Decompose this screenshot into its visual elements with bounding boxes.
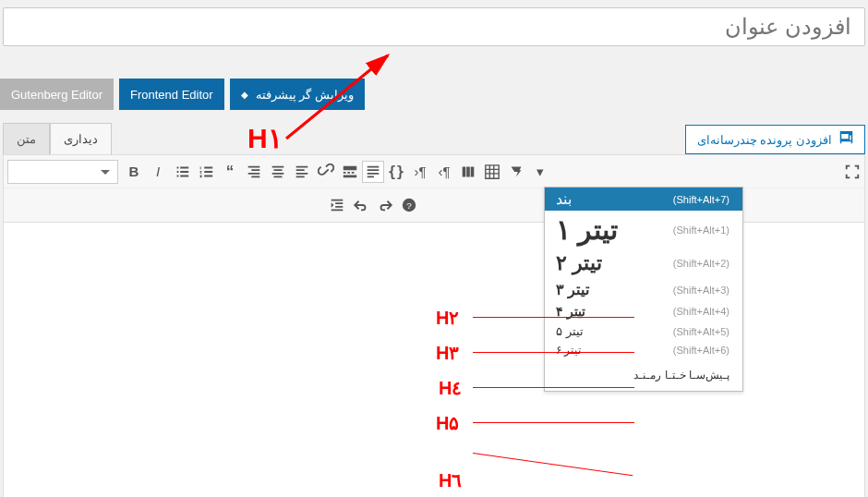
toggle-icon-button[interactable] xyxy=(504,158,528,186)
format-option-paragraph[interactable]: (Shift+Alt+7) بند xyxy=(545,188,742,211)
shortcut-label: (Shift+Alt+1) xyxy=(673,224,729,236)
blockquote-button[interactable]: “ xyxy=(218,158,242,186)
advanced-editor-label: ویرایش گر پیشرفته xyxy=(256,88,354,102)
h3-label: تیتر ۳ xyxy=(556,281,589,298)
bold-button[interactable]: B xyxy=(122,158,146,186)
advanced-editor-button[interactable]: ویرایش گر پیشرفته ◆ xyxy=(230,79,365,110)
unordered-list-button[interactable] xyxy=(170,158,194,186)
tab-text-label: متن xyxy=(17,132,36,146)
format-option-h5[interactable]: (Shift+Alt+5) تیتر ۵ xyxy=(545,321,742,341)
add-media-label: افزودن پرونده چندرسانه‌ای xyxy=(697,133,832,147)
ordered-list-button[interactable] xyxy=(194,158,218,186)
shortcut-label: (Shift+Alt+5) xyxy=(673,326,729,337)
gutenberg-editor-button[interactable]: Gutenberg Editor xyxy=(0,79,114,110)
tab-text[interactable]: متن xyxy=(3,123,50,154)
add-media-button[interactable]: افزودن پرونده چندرسانه‌ای xyxy=(685,125,865,154)
italic-button[interactable]: I xyxy=(146,158,170,186)
shortcut-label: (Shift+Alt+6) xyxy=(673,345,729,356)
insert-more-button[interactable] xyxy=(338,158,362,186)
svg-text:?: ? xyxy=(406,200,412,211)
fullscreen-button[interactable] xyxy=(840,158,864,186)
shortcut-label: (Shift+Alt+2) xyxy=(673,258,729,269)
h5-label: تیتر ۵ xyxy=(556,324,584,338)
shortcut-label: (Shift+Alt+7) xyxy=(673,194,729,205)
dropdown-caret-button[interactable]: ▾ xyxy=(528,158,552,186)
ltr-button[interactable]: ¶‹ xyxy=(408,158,432,186)
preformatted-label: پـیش‌سـا خـتـا رمـنـد xyxy=(558,369,729,382)
editor-toolbar: B I “ {} ¶‹ ¶› ▾ ? (Shift+Alt+7) بند xyxy=(3,154,865,223)
column-button[interactable] xyxy=(456,158,480,186)
h6-label: تیتر ۶ xyxy=(556,344,581,357)
align-right-button[interactable] xyxy=(242,158,266,186)
camera-icon xyxy=(839,131,853,148)
tab-visual[interactable]: دیداری xyxy=(50,123,112,154)
frontend-editor-label: Frontend Editor xyxy=(130,88,213,102)
format-option-h3[interactable]: (Shift+Alt+3) تیتر ۳ xyxy=(545,278,742,301)
paragraph-label: بند xyxy=(556,190,572,208)
h2-label: تیتر ۲ xyxy=(556,251,602,275)
help-button[interactable]: ? xyxy=(397,191,421,219)
format-option-h2[interactable]: (Shift+Alt+2) تیتر ۲ xyxy=(545,248,742,278)
h1-label: تیتر ۱ xyxy=(556,213,618,246)
format-option-preformatted[interactable]: پـیش‌سـا خـتـا رمـنـد xyxy=(545,359,742,391)
format-option-h4[interactable]: (Shift+Alt+4) تیتر ۴ xyxy=(545,301,742,321)
post-title-input[interactable] xyxy=(3,7,865,46)
gutenberg-editor-label: Gutenberg Editor xyxy=(11,88,102,102)
undo-button[interactable] xyxy=(349,191,373,219)
shortcut-label: (Shift+Alt+3) xyxy=(673,285,729,296)
table-button[interactable] xyxy=(480,158,504,186)
frontend-editor-button[interactable]: Frontend Editor xyxy=(119,79,224,110)
shortcode-button[interactable]: {} xyxy=(384,158,408,186)
redo-button[interactable] xyxy=(373,191,397,219)
format-dropdown: (Shift+Alt+7) بند (Shift+Alt+1) تیتر ۱ (… xyxy=(544,187,743,392)
align-center-button[interactable] xyxy=(266,158,290,186)
format-option-h6[interactable]: (Shift+Alt+6) تیتر ۶ xyxy=(545,341,742,359)
align-left-button[interactable] xyxy=(290,158,314,186)
link-button[interactable] xyxy=(314,158,338,186)
rtl-button[interactable]: ¶› xyxy=(432,158,456,186)
shortcut-label: (Shift+Alt+4) xyxy=(673,306,729,317)
wpbakery-icon: ◆ xyxy=(241,90,248,100)
tab-visual-label: دیداری xyxy=(64,132,98,146)
format-select[interactable] xyxy=(7,160,118,184)
h4-label: تیتر ۴ xyxy=(556,304,585,319)
toolbar-toggle-button[interactable] xyxy=(362,161,384,183)
format-option-h1[interactable]: (Shift+Alt+1) تیتر ۱ xyxy=(545,211,742,248)
outdent-button[interactable] xyxy=(325,191,349,219)
